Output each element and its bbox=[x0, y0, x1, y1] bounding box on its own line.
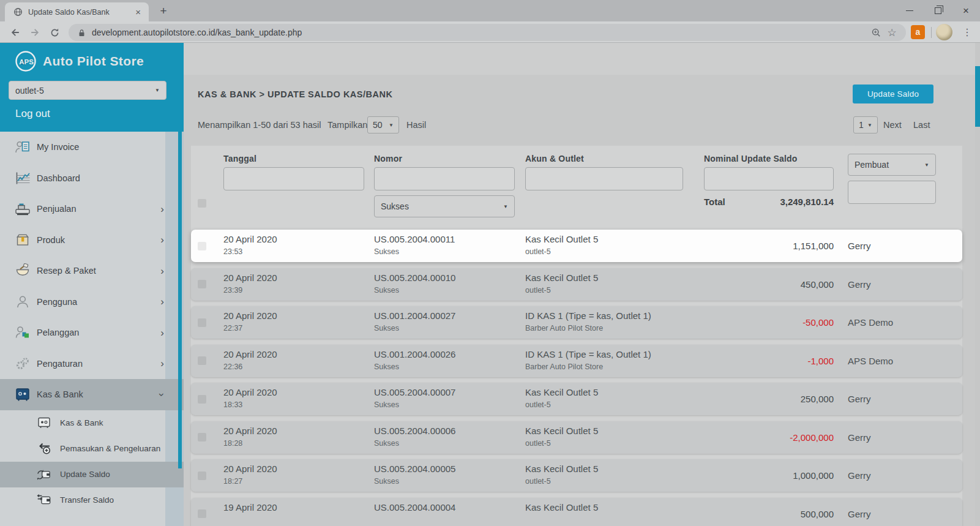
table-row[interactable]: 19 April 2020 US.005.2004.00004 Kas Keci… bbox=[191, 498, 962, 526]
sidebar-item-penjualan[interactable]: Penjualan › bbox=[0, 193, 184, 225]
sidebar-subitem-kas-bank[interactable]: Kas & Bank bbox=[0, 410, 184, 436]
update-saldo-button[interactable]: Update Saldo bbox=[853, 85, 933, 103]
sidebar-item-pengaturan[interactable]: Pengaturan › bbox=[0, 348, 184, 380]
tanggal-filter-input[interactable] bbox=[223, 167, 364, 190]
sidebar-item-pelanggan[interactable]: Pelanggan › bbox=[0, 317, 184, 348]
row-time: 18:27 bbox=[223, 478, 374, 486]
page-size-value: 50 bbox=[373, 120, 383, 130]
row-checkbox[interactable] bbox=[198, 509, 206, 518]
row-checkbox[interactable] bbox=[198, 433, 206, 441]
pembuat-filter-select[interactable]: Pembuat ▼ bbox=[848, 154, 936, 176]
row-creator: APS Demo bbox=[848, 356, 962, 366]
row-account: Kas Kecil Outlet 5 bbox=[525, 426, 704, 436]
page-scrollbar-thumb[interactable] bbox=[975, 66, 980, 127]
sidebar-item-label: Kas & Bank bbox=[37, 389, 83, 399]
user-icon bbox=[15, 295, 31, 309]
table-filter-header: Tanggal Nomor Sukses ▼ Akun & Outlet Nom… bbox=[191, 146, 962, 227]
sidebar-item-dashboard[interactable]: Dashboard bbox=[0, 163, 184, 194]
table-row[interactable]: 20 April 2020 22:37 US.001.2004.00027 Su… bbox=[191, 306, 962, 339]
last-page-link[interactable]: Last bbox=[913, 120, 930, 130]
outlet-select[interactable]: outlet-5 ▼ bbox=[9, 81, 166, 100]
row-checkbox[interactable] bbox=[198, 395, 206, 404]
chevron-right-icon: › bbox=[160, 358, 164, 369]
sidebar-subitem-pemasukan-pengeluaran[interactable]: Pemasukan & Pengeluaran bbox=[0, 436, 184, 462]
column-header-nominal: Nominal Update Saldo bbox=[704, 154, 834, 163]
row-time: 22:37 bbox=[223, 325, 374, 333]
row-checkbox[interactable] bbox=[198, 356, 206, 365]
caret-down-icon: ▼ bbox=[503, 204, 508, 209]
nominal-filter-input[interactable] bbox=[704, 167, 834, 190]
sidebar-item-resep-paket[interactable]: Resep & Paket › bbox=[0, 255, 184, 287]
row-creator: Gerry bbox=[848, 279, 962, 290]
row-account: Kas Kecil Outlet 5 bbox=[525, 502, 704, 513]
logout-link[interactable]: Log out bbox=[15, 108, 50, 120]
table-row[interactable]: 20 April 2020 23:39 US.005.2004.00010 Su… bbox=[191, 268, 962, 301]
page-size-select[interactable]: 50 ▼ bbox=[367, 116, 399, 133]
table: Tanggal Nomor Sukses ▼ Akun & Outlet Nom… bbox=[191, 146, 962, 526]
row-nominal: 450,000 bbox=[801, 279, 834, 290]
row-checkbox[interactable] bbox=[198, 472, 206, 480]
page-number-value: 1 bbox=[859, 120, 864, 130]
page-number-select[interactable]: 1 ▼ bbox=[853, 116, 878, 133]
main-top-band bbox=[184, 43, 975, 75]
sidebar-subitem-transfer-saldo[interactable]: Transfer Saldo bbox=[0, 487, 184, 513]
sidebar-item-pengguna[interactable]: Pengguna › bbox=[0, 287, 184, 318]
column-header-nomor: Nomor bbox=[374, 154, 525, 163]
row-date: 20 April 2020 bbox=[223, 426, 374, 436]
row-nominal: 1,000,000 bbox=[793, 470, 834, 481]
page-size-label: Tampilkan bbox=[327, 120, 367, 130]
row-checkbox[interactable] bbox=[198, 280, 206, 288]
table-row[interactable]: 20 April 2020 23:53 US.005.2004.00011 Su… bbox=[191, 230, 962, 262]
window-minimize-button[interactable] bbox=[896, 0, 924, 21]
sidebar-scrollbar-thumb[interactable] bbox=[178, 132, 182, 468]
nomor-filter-input[interactable] bbox=[374, 167, 515, 190]
row-date: 20 April 2020 bbox=[223, 349, 374, 359]
total-value: 3,249,810.14 bbox=[780, 197, 834, 207]
sidebar-item-produk[interactable]: Produk › bbox=[0, 225, 184, 256]
profile-avatar[interactable] bbox=[936, 24, 952, 40]
table-row[interactable]: 20 April 2020 18:33 US.005.2004.00007 Su… bbox=[191, 383, 962, 415]
window-restore-button[interactable] bbox=[924, 0, 952, 21]
sidebar-subitem-label: Transfer Saldo bbox=[60, 495, 114, 505]
table-row[interactable]: 20 April 2020 22:36 US.001.2004.00026 Su… bbox=[191, 345, 962, 377]
tab-close-icon[interactable]: × bbox=[133, 7, 143, 17]
results-summary: Menampilkan 1-50 dari 53 hasil bbox=[198, 120, 321, 130]
akun-filter-input[interactable] bbox=[525, 167, 683, 190]
status-filter-select[interactable]: Sukses ▼ bbox=[374, 195, 515, 217]
reload-button[interactable] bbox=[47, 24, 62, 40]
sidebar-item-my-invoice[interactable]: My Invoice bbox=[0, 132, 184, 163]
forward-button[interactable] bbox=[27, 24, 43, 40]
bookmark-star-icon[interactable]: ☆ bbox=[884, 26, 900, 39]
address-bar[interactable]: development.autopilotstore.co.id/kas_ban… bbox=[69, 24, 906, 41]
sidebar-item-label: My Invoice bbox=[37, 142, 79, 152]
row-checkbox[interactable] bbox=[198, 242, 206, 250]
table-row[interactable]: 20 April 2020 18:28 US.005.2004.00006 Su… bbox=[191, 421, 962, 454]
row-date: 19 April 2020 bbox=[223, 502, 374, 513]
brand-logo-icon: APS bbox=[15, 50, 37, 72]
select-all-checkbox[interactable] bbox=[198, 199, 206, 208]
caret-down-icon: ▼ bbox=[867, 122, 872, 128]
zoom-icon[interactable] bbox=[868, 28, 884, 38]
money-in-out-icon bbox=[37, 442, 51, 456]
pembuat-filter-input[interactable] bbox=[848, 181, 936, 204]
window-close-button[interactable]: × bbox=[952, 0, 980, 21]
row-checkbox[interactable] bbox=[198, 318, 206, 327]
table-row[interactable]: 20 April 2020 18:27 US.005.2004.00005 Su… bbox=[191, 459, 962, 492]
new-tab-button[interactable]: + bbox=[154, 2, 173, 20]
browser-menu-icon[interactable]: ⋮ bbox=[961, 24, 973, 40]
sidebar-subitem-label: Kas & Bank bbox=[60, 418, 103, 427]
sidebar-item-kas-bank[interactable]: Kas & Bank › bbox=[0, 379, 184, 410]
row-time: 18:33 bbox=[223, 401, 374, 409]
row-number: US.001.2004.00026 bbox=[374, 349, 525, 359]
browser-tab[interactable]: Update Saldo Kas/Bank × bbox=[5, 2, 149, 21]
row-number: US.005.2004.00004 bbox=[374, 502, 525, 513]
back-button[interactable] bbox=[7, 24, 23, 40]
mortar-pestle-icon bbox=[15, 263, 31, 278]
sidebar-item-label: Pengaturan bbox=[37, 359, 83, 369]
caret-down-icon: ▼ bbox=[155, 88, 160, 93]
row-status: Sukses bbox=[374, 401, 525, 409]
table-rows: 20 April 2020 23:53 US.005.2004.00011 Su… bbox=[191, 230, 962, 526]
next-page-link[interactable]: Next bbox=[883, 120, 902, 130]
extension-icon[interactable]: a bbox=[911, 25, 925, 39]
sidebar-subitem-update-saldo[interactable]: Update Saldo bbox=[0, 462, 184, 487]
